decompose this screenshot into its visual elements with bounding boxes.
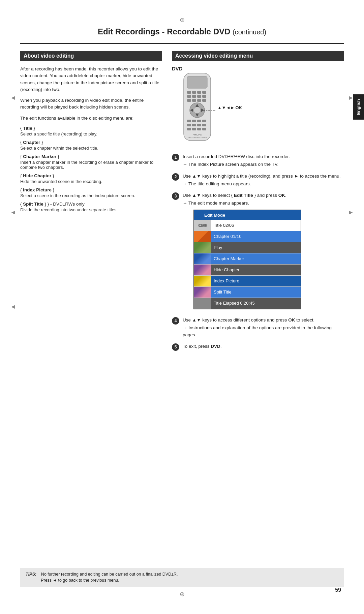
menu-thumb-index-picture	[194, 276, 211, 286]
reg-mark-right-mid: ►	[348, 209, 354, 216]
step-4-content: Use ▲▼ keys to access different options …	[183, 317, 344, 338]
left-column: About video editing After a recording ha…	[20, 44, 162, 356]
svg-rect-4	[197, 91, 201, 94]
svg-rect-5	[202, 91, 206, 94]
menu-label-chapter-marker: Chapter Marker	[211, 254, 301, 264]
dvd-label: DVD	[172, 66, 183, 71]
menu-thumb-play	[194, 242, 211, 253]
accessing-video-editing-header: Accessing video editing menu	[172, 51, 344, 61]
svg-rect-11	[192, 99, 196, 102]
menu-label-split-title: Split Title	[211, 287, 301, 297]
step-4: 4 Use ▲▼ keys to access different option…	[172, 317, 344, 338]
reg-mark-left-top: ◄	[10, 94, 16, 101]
term-chapter: { Chapter } Select a chapter within the …	[20, 140, 162, 151]
svg-rect-20	[187, 120, 191, 122]
svg-rect-12	[197, 99, 201, 102]
svg-rect-10	[187, 99, 191, 102]
step-5: 5 To exit, press DVD.	[172, 343, 344, 351]
play-triangle-icon	[198, 213, 201, 217]
content-wrapper: About video editing After a recording ha…	[0, 44, 364, 356]
edit-mode-header: Edit Mode	[194, 210, 301, 220]
menu-thumb-hide-chapter	[194, 265, 211, 275]
svg-rect-25	[192, 124, 196, 126]
svg-rect-28	[187, 128, 191, 130]
about-video-editing-header: About video editing	[20, 51, 162, 61]
step-4-num: 4	[172, 317, 179, 325]
svg-rect-3	[192, 91, 196, 94]
term-index-picture: { Index Picture } Select a scene in the …	[20, 187, 162, 198]
edit-mode-menu: Edit Mode 02/06 Title 02/06 Chapter 01/1…	[193, 210, 301, 310]
step-2: 2 Use ▲▼ keys to highlight a title (reco…	[172, 173, 344, 188]
menu-row-play: Play	[194, 242, 301, 253]
svg-rect-8	[197, 95, 201, 98]
svg-text:PHILIPS: PHILIPS	[193, 133, 202, 136]
ok-label: ▲▼◄►OK	[217, 105, 242, 110]
svg-rect-1	[187, 76, 207, 88]
step-1-content: Insert a recorded DVD±R/±RW disc into th…	[183, 153, 344, 168]
step-5-num: 5	[172, 343, 179, 351]
step-1: 1 Insert a recorded DVD±R/±RW disc into …	[172, 153, 344, 168]
svg-rect-6	[187, 95, 191, 98]
step-5-content: To exit, press DVD.	[183, 343, 344, 351]
menu-label-hide-chapter: Hide Chapter	[211, 265, 301, 275]
svg-rect-24	[187, 124, 191, 126]
menu-row-index-picture: Index Picture	[194, 276, 301, 287]
svg-rect-23	[202, 120, 206, 122]
reg-mark-left-mid: ◄	[10, 209, 16, 216]
steps-list: 1 Insert a recorded DVD±R/±RW disc into …	[172, 153, 344, 351]
step-3-num: 3	[172, 192, 179, 200]
menu-thumb-chapter-marker	[194, 253, 211, 264]
menu-row-title-elapsed: Title Elapsed 0:20:45	[194, 298, 301, 309]
term-chapter-marker: { Chapter Marker } Insert a chapter mark…	[20, 154, 162, 170]
tips-label: TIPS:	[26, 572, 36, 577]
step-3: 3 Use ▲▼ keys to select { Edit Title } a…	[172, 192, 344, 312]
menu-label-play: Play	[211, 243, 301, 253]
menu-row-split-title: Split Title	[194, 287, 301, 298]
svg-rect-21	[192, 120, 196, 122]
menu-label-title: Title 02/06	[211, 220, 301, 231]
svg-rect-26	[197, 124, 201, 126]
tips-line-1: No further recording and editing can be …	[41, 572, 178, 577]
menu-label-index-picture: Index Picture	[211, 276, 301, 286]
english-tab: English	[353, 94, 364, 120]
svg-rect-13	[202, 99, 206, 102]
svg-rect-31	[202, 128, 206, 130]
reg-mark-left-bottom: ◄	[10, 303, 16, 310]
dvd-remote-area: DVD	[172, 66, 344, 147]
step-1-num: 1	[172, 154, 179, 161]
svg-rect-22	[197, 120, 201, 122]
menu-row-title: 02/06 Title 02/06	[194, 220, 301, 231]
menu-label-chapter: Chapter 01/10	[211, 232, 301, 242]
tips-line-2: Press ◄ to go back to the previous menu.	[41, 578, 119, 583]
term-split-title: { Split Title } } - DVD±RWs only Divide …	[20, 202, 162, 212]
svg-rect-30	[197, 128, 201, 130]
menu-thumb-chapter	[194, 231, 211, 242]
svg-rect-29	[192, 128, 196, 130]
left-para-3: The edit functions available in the disc…	[20, 115, 162, 122]
svg-rect-27	[202, 124, 206, 126]
remote-svg: PHILIPS VHS & DVD RECORDER	[175, 71, 219, 146]
left-para-2: When you playback a recording in video e…	[20, 97, 162, 111]
svg-rect-7	[192, 95, 196, 98]
step-3-content: Use ▲▼ keys to select { Edit Title } and…	[183, 192, 344, 312]
svg-point-15	[194, 107, 201, 114]
menu-label-title-elapsed: Title Elapsed 0:20:45	[211, 298, 301, 308]
svg-text:VHS & DVD RECORDER: VHS & DVD RECORDER	[188, 136, 207, 139]
tips-section: TIPS: No further recording and editing c…	[20, 568, 344, 587]
term-hide-chapter: { Hide Chapter } Hide the unwanted scene…	[20, 173, 162, 184]
reg-mark-top: ⊕	[180, 16, 185, 24]
svg-rect-9	[202, 95, 206, 98]
left-para-1: After a recording has been made, this re…	[20, 66, 162, 93]
page-number: 59	[335, 587, 341, 593]
menu-thumb-split-title	[194, 287, 211, 298]
step-2-content: Use ▲▼ keys to highlight a title (record…	[183, 173, 344, 188]
menu-row-hide-chapter: Hide Chapter	[194, 265, 301, 276]
step-2-num: 2	[172, 173, 179, 181]
menu-thumb-title-elapsed	[194, 298, 211, 309]
menu-row-chapter-marker: Chapter Marker	[194, 253, 301, 265]
term-title: { Title } Select a specific title (recor…	[20, 126, 162, 136]
menu-thumb-title: 02/06	[194, 220, 211, 231]
menu-row-chapter: Chapter 01/10	[194, 231, 301, 242]
right-column: Accessing video editing menu DVD	[172, 44, 344, 356]
svg-rect-2	[187, 91, 191, 94]
